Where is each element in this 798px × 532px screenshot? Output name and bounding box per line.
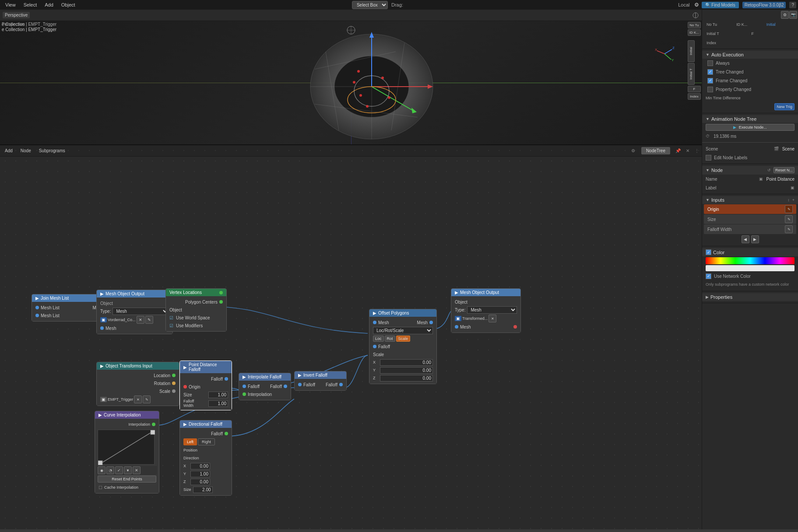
retopoflow-btn[interactable]: RetopoFlow 3.0.0β2 [742, 2, 786, 8]
svg-point-19 [381, 77, 384, 79]
menu-select[interactable]: Select [20, 1, 41, 8]
mesh-type-dropdown-2[interactable]: Mesh [467, 306, 517, 314]
edit-node-labels-checkbox[interactable] [706, 155, 711, 161]
svg-line-26 [657, 51, 664, 54]
right-btn[interactable]: Right [198, 438, 215, 445]
checkbox-world-space[interactable]: ☑ [169, 315, 173, 320]
viewport-search-icon[interactable] [346, 25, 356, 36]
3d-viewport[interactable]: Perspective [0, 10, 702, 145]
label-icon: ▣ [791, 186, 794, 190]
loc-rot-scale-dropdown[interactable]: Loc/Rot/Scale [373, 327, 433, 334]
viewport-overlay-btn2[interactable]: ID K... [688, 29, 701, 36]
node-mesh-output-1-header: ▶ Mesh Object Output [97, 290, 172, 298]
node-editor[interactable]: Add Node Subprograms ⚙ NodeTree 📌 ✕ ⋮ [0, 145, 702, 529]
menu-add[interactable]: Add [41, 1, 57, 8]
df-z-input[interactable] [190, 479, 210, 485]
node-curve-interp-header: ▶ Curve Interpolation [95, 411, 159, 419]
auto-exec-checkbox[interactable] [707, 60, 713, 66]
viewport-overlay-initial-t[interactable]: Initial T [688, 63, 695, 85]
cache-interp-checkbox[interactable]: ☐ [98, 485, 102, 490]
rp-icon-settings[interactable]: ⚙ [781, 11, 789, 19]
op-x-input[interactable] [380, 359, 433, 366]
ne-options-btn[interactable]: ⋮ [695, 148, 699, 153]
pdf-falloff-width-input[interactable] [208, 400, 228, 407]
ne-menu-add[interactable]: Add [3, 148, 15, 154]
df-size-input[interactable] [193, 486, 213, 493]
node-triangle: ▶ [35, 296, 39, 301]
svg-text:Z: Z [672, 46, 675, 50]
use-network-color-checkbox[interactable] [706, 273, 711, 279]
curve-editor-preview[interactable] [98, 430, 155, 465]
animation-node-tree-header[interactable]: ▼ Animation Node Tree [702, 115, 798, 123]
curve-icon1[interactable]: ◉ [98, 466, 105, 474]
clear-btn-2[interactable]: ✕ [489, 315, 496, 322]
inputs-right-expand[interactable]: ▶ [751, 235, 759, 243]
df-y-input[interactable] [190, 471, 210, 477]
viewport-overlay-initial[interactable]: Initial [688, 40, 695, 62]
scale-btn[interactable]: Scale [396, 336, 411, 342]
rot-btn[interactable]: Rot [385, 336, 395, 342]
menu-view[interactable]: View [2, 1, 19, 8]
left-btn[interactable]: Left [183, 438, 197, 445]
reset-node-btn[interactable]: Reset N... [773, 167, 794, 173]
frame-changed-checkbox[interactable] [707, 78, 713, 84]
inputs-left-expand[interactable]: ◀ [742, 235, 749, 243]
menu-object[interactable]: Object [58, 1, 79, 8]
properties-section-header[interactable]: ▶ Properties [702, 293, 798, 301]
execute-node-btn[interactable]: ▶ Execute Node... [706, 124, 794, 131]
viewport-scene[interactable]: e Collection | EMPT_Trigger Perspective … [0, 21, 702, 144]
socket-vl-out2 [219, 300, 223, 304]
reset-end-points-btn[interactable]: Reset End Points [97, 475, 157, 483]
viewport-overlay-f[interactable]: F [688, 86, 701, 92]
axis-indicator: Z Y X [654, 43, 675, 66]
size-edit-btn[interactable]: ✎ [785, 215, 793, 223]
vp-mode-btn[interactable]: Perspective [3, 12, 30, 18]
socket-if-falloff-in [243, 385, 246, 388]
ne-menu-subprograms[interactable]: Subprograms [37, 148, 67, 154]
pdf-size-input[interactable] [208, 392, 228, 398]
color-section-checkbox[interactable] [706, 249, 711, 255]
curve-icon3[interactable]: ✓ [115, 466, 123, 474]
op-z-input[interactable] [380, 375, 433, 382]
inputs-section-header[interactable]: ▼ Inputs ↕ + [702, 196, 798, 204]
property-changed-checkbox[interactable] [707, 87, 713, 92]
auto-execution-header[interactable]: ▼ Auto Execution [702, 51, 798, 59]
socket-if-interp-in [243, 392, 246, 396]
loc-btn[interactable]: Loc [373, 336, 384, 342]
node-point-distance-header: ▶ Point Distance Falloff [180, 361, 232, 373]
tree-changed-checkbox[interactable] [707, 69, 713, 75]
falloff-width-edit-btn[interactable]: ✎ [785, 225, 793, 233]
origin-edit-btn[interactable]: ✎ [785, 205, 793, 213]
socket-pdf-falloff-out [225, 377, 228, 381]
ne-tab-nodetree[interactable]: NodeTree [641, 147, 670, 154]
socket-mo2-out [513, 325, 517, 329]
rp-icon-camera[interactable]: 📷 [789, 11, 797, 19]
clear-btn[interactable]: ✕ [137, 316, 144, 324]
svg-point-23 [357, 70, 360, 73]
ne-menu-node[interactable]: Node [18, 148, 33, 154]
viewport-overlay-btn1[interactable]: No Tu [688, 22, 701, 28]
viewport-mode: Perspective [2, 22, 25, 27]
edit-btn[interactable]: ✎ [145, 316, 153, 324]
node-mesh-output-1: ▶ Mesh Object Output Object Type: Mesh ▣… [96, 290, 173, 334]
curve-icon2[interactable]: ◔ [106, 466, 114, 474]
curve-dropdown[interactable]: ▼ [124, 466, 132, 474]
color-value-bar[interactable] [706, 265, 794, 271]
df-x-input[interactable] [190, 463, 210, 469]
op-y-input[interactable] [380, 367, 433, 374]
color-section-header[interactable]: Color [702, 248, 798, 256]
drag-select-dropdown[interactable]: Select Box [352, 1, 388, 9]
curve-close[interactable]: ✕ [133, 466, 141, 474]
obj-edit-btn[interactable]: ✎ [143, 396, 151, 403]
color-strip[interactable] [706, 257, 794, 264]
new-trig-btn[interactable]: New Trig [774, 103, 794, 110]
obj-clear-btn[interactable]: ✕ [134, 396, 142, 403]
ne-close-btn[interactable]: ✕ [686, 148, 689, 153]
find-models-btn[interactable]: 🔍 Find Models [702, 2, 739, 8]
help-btn[interactable]: ? [789, 2, 796, 8]
node-section-header[interactable]: ▼ Node ↺ Reset N... [702, 166, 798, 175]
checkbox-modifiers[interactable]: ☑ [169, 323, 173, 328]
local-label: Local [678, 2, 689, 7]
viewport-overlay-index[interactable]: Index [688, 93, 701, 100]
mesh-type-dropdown-1[interactable]: Mesh [112, 308, 169, 315]
